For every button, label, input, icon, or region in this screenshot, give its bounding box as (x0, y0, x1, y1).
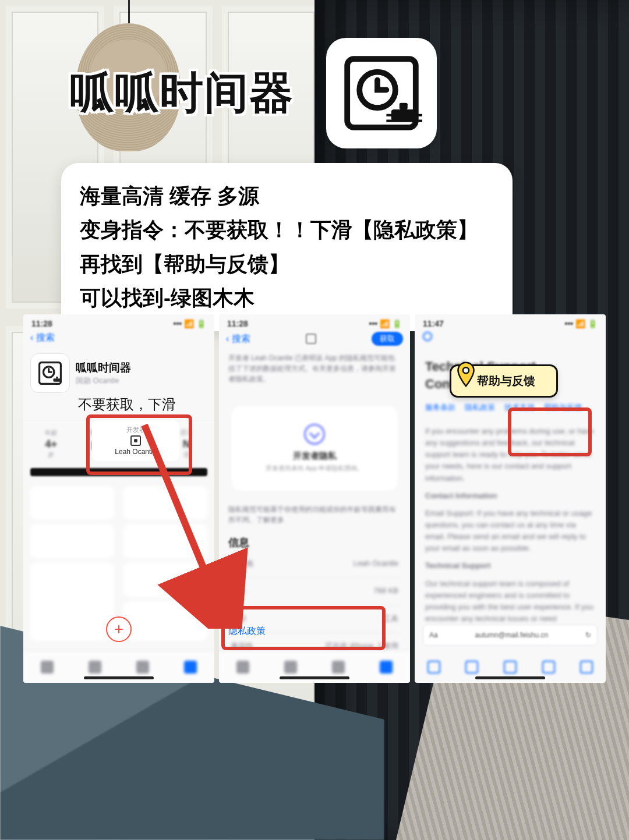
support-p1: If you encounter any problems during use… (425, 426, 595, 484)
add-button[interactable]: + (106, 616, 132, 642)
listing-description: 开发者 Leah Ocantle 已表明该 App 的隐私规范可能包括了下述的数… (219, 350, 410, 390)
instruction-line-2: 变身指令：不要获取！！下滑【隐私政策】 再找到【帮助与反馈】 (80, 213, 494, 281)
developer-label: 开发者 (126, 426, 146, 434)
browser-url-bar[interactable]: Aaautumn@mail.feishu.cn↻ (423, 625, 598, 646)
person-square-icon (130, 435, 141, 446)
developer-popover: 开发者 Leah Ocantle (92, 420, 179, 461)
metric-age: 年龄4+岁 (30, 428, 72, 460)
support-p3: Email Support: If you have any technical… (425, 508, 595, 555)
svg-rect-6 (54, 378, 61, 382)
developer-line: 国勋 Ocantle (76, 375, 131, 386)
help-badge: 帮助与反馈 (450, 364, 558, 398)
link-help[interactable]: 帮助与反馈 (544, 402, 582, 413)
app-name: 呱呱时间器 (76, 360, 131, 375)
developer-name: Leah Ocantle (115, 448, 156, 456)
home-indicator (280, 676, 349, 679)
privacy-title: 开发者隐私 (238, 451, 391, 462)
get-button[interactable]: 获取 (372, 332, 403, 346)
svg-rect-3 (400, 103, 408, 109)
screenshot-row: 11:28••• 📶 🔋 ‹ 搜索 呱呱时间器 国勋 Ocantle 不要获取，… (23, 314, 606, 683)
privacy-note: 隐私规范可能基于你使用的功能或你的年龄等因素而有所不同。了解更多 (219, 502, 410, 531)
map-pin-icon (456, 361, 476, 387)
link-terms[interactable]: 服务条款 (425, 402, 455, 413)
home-indicator (475, 676, 545, 679)
link-privacy[interactable]: 隐私政策 (465, 402, 495, 413)
svg-rect-7 (56, 377, 58, 378)
help-badge-text: 帮助与反馈 (477, 374, 535, 387)
support-links: 服务条款 隐私政策 技术支持 帮助与反馈 (425, 402, 595, 413)
instruction-line-3: 可以找到-绿图木木 (80, 281, 494, 315)
headline-title: 呱呱时间器 (70, 64, 294, 123)
privacy-sub: 开发者尚未向 App 申请隐私惯例。 (238, 464, 391, 473)
share-icon[interactable] (306, 334, 316, 344)
screenshot-2: 11:28••• 📶 🔋 ‹ 搜索 获取 开发者 Leah Ocantle 已表… (219, 314, 410, 683)
app-icon (326, 38, 437, 148)
back-button[interactable]: ‹ 搜索 (226, 333, 250, 345)
screenshot-3: 11:47••• 📶 🔋 Technical Support - Contact… (415, 314, 606, 683)
nav-bar: ‹ 搜索 (23, 329, 214, 349)
clock-alarm-icon (341, 52, 422, 134)
screenshot-1: 11:28••• 📶 🔋 ‹ 搜索 呱呱时间器 国勋 Ocantle 不要获取，… (23, 314, 214, 683)
advice-text: 不要获取，下滑 (23, 394, 214, 420)
info-header: 信息 (219, 531, 410, 551)
checkmark-circle-icon (304, 424, 325, 445)
support-p4: Technical Support (425, 560, 595, 572)
status-bar: 11:47••• 📶 🔋 (415, 314, 606, 329)
app-header-text: 呱呱时间器 国勋 Ocantle (76, 360, 131, 386)
link-support[interactable]: 技术支持 (504, 402, 535, 413)
app-header: 呱呱时间器 国勋 Ocantle (23, 349, 214, 394)
instruction-line-1: 海量高清 缓存 多源 (80, 179, 494, 213)
home-indicator (84, 676, 154, 679)
support-p2: Contact Information (425, 490, 595, 502)
privacy-policy-link[interactable]: 隐私政策 (228, 625, 266, 637)
privacy-card: 开发者隐私 开发者尚未向 App 申请隐私惯例。 (232, 406, 397, 490)
nav-bar: ‹ 搜索 获取 (219, 329, 410, 350)
black-bar (30, 468, 207, 476)
svg-point-8 (463, 367, 469, 373)
status-bar: 11:28••• 📶 🔋 (23, 314, 214, 329)
mini-app-icon (30, 353, 70, 393)
status-bar: 11:28••• 📶 🔋 (219, 314, 410, 329)
back-button[interactable]: ‹ 搜索 (30, 332, 55, 344)
instruction-card: 海量高清 缓存 多源 变身指令：不要获取！！下滑【隐私政策】 再找到【帮助与反馈… (61, 163, 513, 331)
browser-top (415, 329, 606, 345)
